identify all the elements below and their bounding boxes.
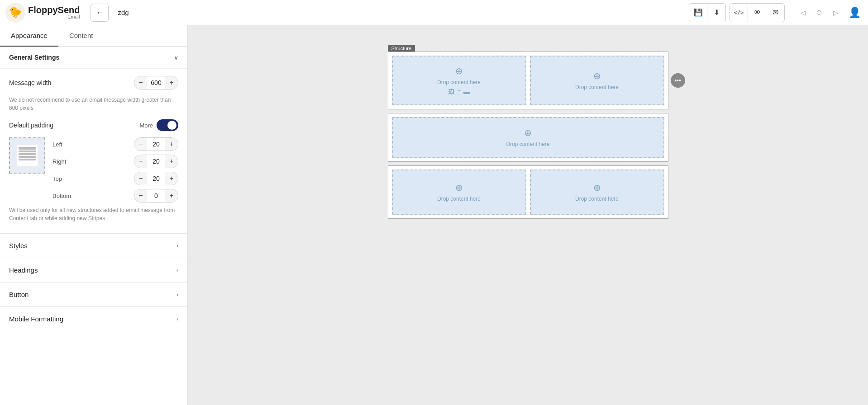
svg-text:🐤: 🐤 [9, 5, 22, 19]
padding-right-value[interactable] [147, 158, 165, 165]
mobile-formatting-title: Mobile Formatting [9, 315, 63, 323]
message-width-decrement[interactable]: − [134, 76, 147, 89]
settings-body: Message width − + We do not recommend to… [0, 69, 187, 233]
message-width-row: Message width − + [9, 76, 178, 89]
preview-line-4 [19, 156, 36, 158]
drop-text-3-1: Drop content here [437, 196, 481, 202]
preview-line-5 [19, 159, 36, 160]
structure-label: Structure [388, 45, 415, 52]
history-nav: ◁ ⏱ ▷ [796, 5, 843, 20]
sidebar-tabs: Appearance Content [0, 25, 187, 47]
padding-bottom-label: Bottom [52, 193, 75, 199]
padding-right-decrement[interactable]: − [134, 155, 147, 168]
image-icon: 🖼 [448, 88, 454, 95]
sidebar-content: General Settings ∨ Message width − + We … [0, 47, 187, 405]
structure-2-inner: ⊕ Drop content here [388, 113, 668, 161]
padding-right-increment[interactable]: + [165, 155, 178, 168]
padding-left-increment[interactable]: + [165, 138, 178, 151]
padding-left-row: Left − + [52, 137, 178, 151]
message-width-input: − + [134, 76, 178, 89]
headings-title: Headings [9, 266, 38, 274]
topbar: 🐤 FloppySend Email ← zdg 💾 ⬇ </> 👁 ✉ ◁ ⏱… [0, 0, 868, 25]
send-email-button[interactable]: ✉ [766, 4, 784, 22]
padding-top-decrement[interactable]: − [134, 172, 147, 185]
will-be-used-text: Will be used only for all new structures… [9, 206, 178, 226]
button-header[interactable]: Button › [0, 283, 187, 306]
drop-zone-1-2[interactable]: ⊕ Drop content here [530, 56, 664, 105]
default-padding-toggle[interactable] [157, 119, 178, 131]
padding-top-value[interactable] [147, 175, 165, 182]
drop-text-3-2: Drop content here [575, 196, 619, 202]
styles-title: Styles [9, 242, 28, 250]
padding-left-input: − + [134, 137, 178, 151]
drop-zone-3-2[interactable]: ⊕ Drop content here [530, 170, 664, 215]
padding-top-increment[interactable]: + [165, 172, 178, 185]
save-download-group: 💾 ⬇ [689, 3, 726, 22]
drop-icon-1-1: ⊕ [455, 66, 463, 76]
code-button[interactable]: </> [730, 4, 748, 22]
general-settings-toggle[interactable]: ∨ [174, 54, 178, 61]
mobile-formatting-arrow: › [176, 316, 178, 322]
document-name: zdg [112, 9, 134, 16]
padding-bottom-value[interactable] [147, 192, 165, 199]
padding-bottom-row: Bottom − + [52, 189, 178, 202]
download-button[interactable]: ⬇ [707, 4, 725, 22]
tab-appearance[interactable]: Appearance [0, 25, 58, 47]
canvas-area: Structure ⊕ Drop content here 🖼 ≡ ▬ [188, 25, 868, 405]
message-width-value[interactable] [147, 79, 165, 86]
button-title: Button [9, 291, 29, 298]
general-settings-title: General Settings [9, 54, 59, 61]
padding-bottom-input: − + [134, 189, 178, 202]
save-button[interactable]: 💾 [689, 4, 707, 22]
padding-section: Left − + Right − [9, 137, 178, 206]
padding-top-row: Top − + [52, 172, 178, 185]
default-padding-row: Default padding More [9, 119, 178, 131]
tab-content[interactable]: Content [58, 25, 104, 47]
padding-right-input: − + [134, 155, 178, 168]
structure-options-button[interactable]: ••• [671, 73, 685, 88]
styles-header[interactable]: Styles › [0, 234, 187, 258]
structure-container: Structure ⊕ Drop content here 🖼 ≡ ▬ [388, 43, 668, 219]
drop-icons-row-1: 🖼 ≡ ▬ [448, 88, 470, 95]
preview-line-2 [19, 151, 36, 152]
undo-button[interactable]: ◁ [796, 5, 810, 20]
message-width-increment[interactable]: + [165, 76, 178, 89]
padding-bottom-decrement[interactable]: − [134, 189, 147, 202]
button-icon: ▬ [463, 88, 470, 95]
default-padding-label: Default padding [9, 122, 53, 129]
drop-zone-1-1[interactable]: ⊕ Drop content here 🖼 ≡ ▬ [392, 56, 526, 105]
padding-preview [9, 137, 45, 174]
drop-zone-3-1[interactable]: ⊕ Drop content here [392, 170, 526, 215]
mobile-formatting-section: Mobile Formatting › [0, 306, 187, 331]
logo-subtitle: Email [28, 14, 80, 19]
padding-left-decrement[interactable]: − [134, 138, 147, 151]
preview-button[interactable]: 👁 [748, 4, 766, 22]
history-button[interactable]: ⏱ [812, 5, 826, 20]
redo-button[interactable]: ▷ [828, 5, 843, 20]
message-width-helper: We do not recommend to use an email mess… [9, 96, 178, 112]
headings-header[interactable]: Headings › [0, 258, 187, 282]
back-button[interactable]: ← [91, 4, 109, 22]
padding-left-value[interactable] [147, 141, 165, 148]
logo-icon: 🐤 [5, 3, 25, 23]
drop-icon-2-1: ⊕ [524, 127, 532, 138]
drop-zone-2-1[interactable]: ⊕ Drop content here [392, 117, 664, 158]
logo-title: FloppySend [28, 5, 80, 14]
user-icon: 👤 [849, 7, 861, 19]
row-1: ⊕ Drop content here 🖼 ≡ ▬ ⊕ Drop [392, 56, 664, 105]
padding-controls: Left − + Right − [52, 137, 178, 206]
main-layout: Appearance Content General Settings ∨ Me… [0, 25, 868, 405]
logo-text: FloppySend Email [28, 5, 80, 19]
user-button[interactable]: 👤 [846, 5, 863, 21]
three-dot-icon: ••• [674, 77, 681, 84]
headings-section: Headings › [0, 258, 187, 282]
mobile-formatting-header[interactable]: Mobile Formatting › [0, 307, 187, 331]
padding-bottom-increment[interactable]: + [165, 189, 178, 202]
padding-right-row: Right − + [52, 155, 178, 168]
message-width-label: Message width [9, 79, 51, 86]
drop-text-1-1: Drop content here [437, 79, 481, 85]
preview-inner [17, 145, 38, 166]
drop-icon-1-2: ⊕ [593, 71, 601, 81]
styles-arrow: › [176, 243, 178, 249]
drop-icon-3-2: ⊕ [593, 182, 601, 193]
